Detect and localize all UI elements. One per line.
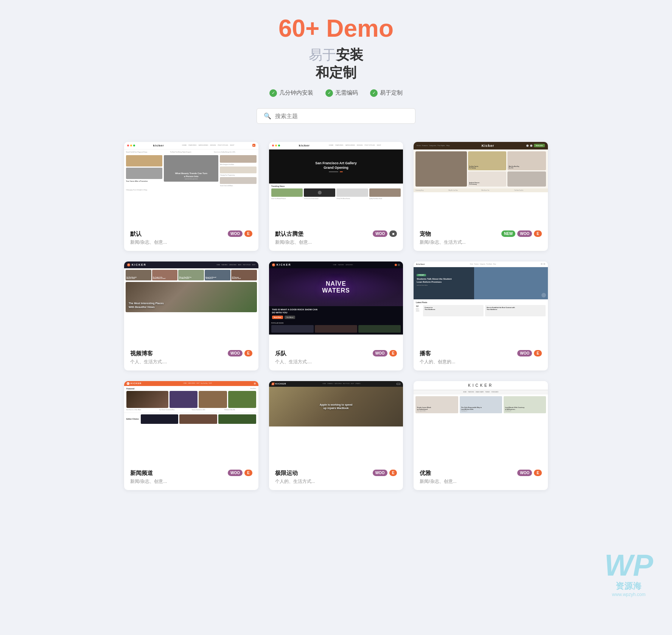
demo-card-bike[interactable]: K KICKER HOMECHANNELSCATEGORIESPAY STYLE…	[269, 381, 403, 490]
demo-tags: 个人、生活方式....	[130, 359, 228, 365]
demo-badges: WOO E	[517, 470, 542, 476]
demo-name: 播客	[420, 350, 517, 357]
watermark-url: www.wpzyh.com	[604, 592, 653, 597]
check-icon: ✓	[370, 89, 378, 97]
el-badge: E	[389, 470, 397, 476]
demo-tags: 个人的、创意的...	[420, 359, 517, 365]
demo-card-band[interactable]: K KICKER HOMEFEATURESCATEGORIES	[269, 261, 403, 370]
demo-tags: 新闻/杂志、创意...	[130, 239, 228, 246]
woo-badge: WOO	[517, 230, 532, 237]
woo-badge: WOO	[228, 350, 243, 356]
el-badge: E	[534, 230, 542, 237]
demo-card-elegant[interactable]: KICKER HOMEFEATURESGRAND SAMIRTHEMESSYND…	[414, 381, 548, 490]
demo-badges: WOO E	[228, 350, 252, 356]
demo-name: 极限运动	[275, 470, 373, 477]
demo-name: 新闻频道	[130, 470, 228, 477]
demo-name: 乐队	[275, 350, 373, 357]
subtitle-bold-2: 和定制	[316, 65, 356, 80]
demo-info-podcast: 播客 个人的、创意的... WOO E	[414, 345, 548, 370]
preview-shop: K KICKER HOMECATEGORIESSHOPBuy Now/SaySH…	[124, 381, 258, 464]
demo-name: 优雅	[420, 470, 517, 477]
demo-badges: WOO E	[228, 230, 252, 237]
demo-badges: WOO E	[517, 350, 542, 356]
demo-card-podcast[interactable]: kicker HomeFeaturesCategoriesPost Styles…	[414, 261, 548, 370]
demo-name: 视频博客	[130, 350, 228, 357]
demo-badges: WOO E	[373, 470, 397, 476]
demo-tags: 新闻/杂志、生活方式...	[420, 239, 501, 246]
watermark-sub1: 资源海	[604, 581, 653, 592]
demo-card-pet[interactable]: Home Features Categories Post Styles Sho…	[414, 142, 548, 251]
search-bar[interactable]: 🔍	[257, 108, 415, 124]
main-title: 60+ Demo	[8, 15, 664, 42]
el-badge: E	[389, 350, 397, 356]
demo-info-bike: 极限运动 个人的、生活方式... WOO E	[269, 464, 403, 490]
feature-badges: ✓ 几分钟内安装 ✓ 无需编码 ✓ 易于定制	[8, 89, 664, 97]
demo-tags: 新闻/杂志、创意...	[420, 478, 517, 485]
preview-podcast: kicker HomeFeaturesCategoriesPost Styles…	[414, 261, 548, 345]
preview-pet: Home Features Categories Post Styles Sho…	[414, 142, 548, 225]
search-input[interactable]	[275, 113, 408, 119]
demo-name: 宠物	[420, 230, 501, 238]
badge-install: ✓ 几分钟内安装	[269, 89, 313, 97]
badge-customize: ✓ 易于定制	[370, 89, 403, 97]
demo-info-shop: 新闻频道 新闻/杂志、创意... WOO E	[124, 464, 258, 490]
preview-elegant: KICKER HOMEFEATURESGRAND SAMIRTHEMESSYND…	[414, 381, 548, 464]
check-icon: ✓	[269, 89, 277, 97]
woo-badge: WOO	[517, 350, 532, 356]
gutenberg-badge: ■	[389, 230, 397, 237]
demo-tags: 新闻/杂志、创意...	[130, 478, 228, 485]
subtitle-bold-1: 安装	[336, 47, 363, 62]
subtitle-block: 易于安装 和定制	[8, 46, 664, 82]
subtitle-light: 易于	[309, 47, 336, 62]
woo-badge: WOO	[517, 470, 532, 476]
preview-dark: kicker HOMEFEATURESCATEGORIESDESIGNPOST …	[269, 142, 403, 225]
woo-badge: WOO	[373, 230, 387, 237]
demo-info-video: 视频博客 个人、生活方式.... WOO E	[124, 345, 258, 370]
watermark-wp: WP	[604, 550, 653, 581]
watermark: WP 资源海 www.wpzyh.com	[604, 550, 653, 597]
badge-nocode: ✓ 无需编码	[325, 89, 358, 97]
demo-badges: NEW WOO E	[501, 230, 542, 237]
el-badge: E	[244, 230, 252, 237]
demo-badges: WOO E	[373, 350, 397, 356]
demo-tags: 个人、生活方式....	[275, 359, 373, 365]
check-icon: ✓	[325, 89, 333, 97]
demo-info-pet: 宠物 新闻/杂志、生活方式... NEW WOO E	[414, 225, 548, 251]
demo-card-shop[interactable]: K KICKER HOMECATEGORIESSHOPBuy Now/SaySH…	[124, 381, 258, 490]
demo-info-default: 默认 新闻/杂志、创意... WOO E	[124, 225, 258, 251]
preview-band: K KICKER HOMEFEATURESCATEGORIES	[269, 261, 403, 345]
demo-badges: WOO E	[228, 470, 252, 476]
demo-card-dark[interactable]: kicker HOMEFEATURESCATEGORIESDESIGNPOST …	[269, 142, 403, 251]
el-badge: E	[244, 470, 252, 476]
page-header: 60+ Demo 易于安装 和定制 ✓ 几分钟内安装 ✓ 无需编码 ✓ 易于定制…	[8, 15, 664, 124]
el-badge: E	[244, 350, 252, 356]
demo-tags: 新闻/杂志、创意...	[275, 239, 373, 246]
new-badge: NEW	[501, 230, 515, 237]
preview-default: kicker HOMEFEATURESCATEGORIESDESIGNPOST …	[124, 142, 258, 225]
demo-info-elegant: 优雅 新闻/杂志、创意... WOO E	[414, 464, 548, 490]
woo-badge: WOO	[228, 230, 243, 237]
demo-tags: 个人的、生活方式...	[275, 478, 373, 485]
woo-badge: WOO	[373, 350, 387, 356]
el-badge: E	[534, 470, 542, 476]
el-badge: E	[534, 350, 542, 356]
woo-badge: WOO	[228, 470, 243, 476]
demo-card-default[interactable]: kicker HOMEFEATURESCATEGORIESDESIGNPOST …	[124, 142, 258, 251]
demo-card-video[interactable]: K KICKER HOMEFEATURESCATEGORIESNEWSPOST …	[124, 261, 258, 370]
preview-video: K KICKER HOMEFEATURESCATEGORIESNEWSPOST …	[124, 261, 258, 345]
search-icon: 🔍	[264, 112, 271, 120]
demo-badges: WOO ■	[373, 230, 397, 237]
demo-grid: kicker HOMEFEATURESCATEGORIESDESIGNPOST …	[124, 142, 548, 490]
woo-badge: WOO	[373, 470, 387, 476]
demo-info-band: 乐队 个人、生活方式.... WOO E	[269, 345, 403, 370]
demo-info-dark: 默认古腾堡 新闻/杂志、创意... WOO ■	[269, 225, 403, 251]
demo-name: 默认	[130, 230, 228, 238]
preview-bike: K KICKER HOMECHANNELSCATEGORIESPAY STYLE…	[269, 381, 403, 464]
demo-name: 默认古腾堡	[275, 230, 373, 238]
